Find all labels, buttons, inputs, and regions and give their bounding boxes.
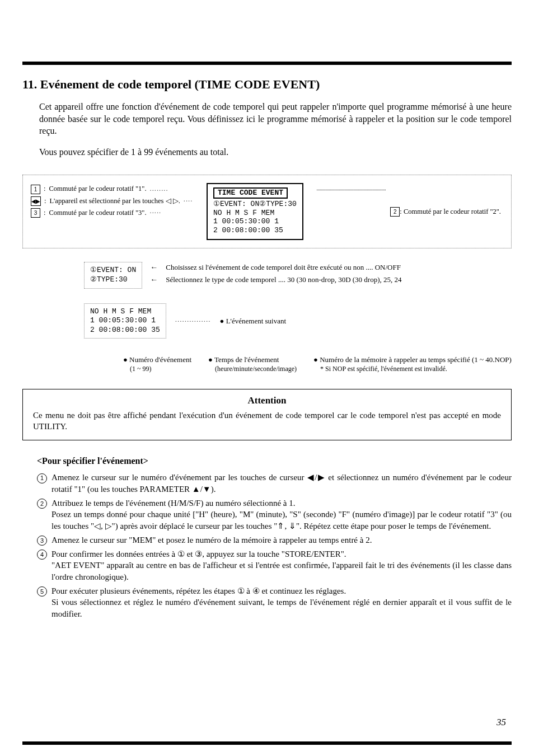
detail-box-1-line-2: ②TYPE:30 xyxy=(90,275,128,284)
step-5-icon: 5 xyxy=(37,586,47,597)
detail-desc-2: Sélectionnez le type de code temporel ..… xyxy=(166,275,401,284)
rotary-1-box: 1 xyxy=(31,185,40,194)
step-5-text: Pour exécuter plusieurs événements, répé… xyxy=(51,585,512,620)
detail-box-2-line-1: NO H M S F MEM xyxy=(90,307,151,316)
step-2-text: Attribuez le temps de l'événement (H/M/S… xyxy=(51,497,512,532)
step-4-text: Pour confirmer les données entrées à ① e… xyxy=(51,548,512,583)
step-4-icon: 4 xyxy=(37,550,47,560)
intro-paragraph-2: Vous pouvez spécifier de 1 à 99 événemen… xyxy=(39,146,512,158)
attention-box: Attention Ce menu ne doit pas être affic… xyxy=(22,389,512,441)
detail-desc-1: Choisissez si l'événement de code tempor… xyxy=(166,263,401,272)
legend-event-time-units: (heure/minute/seconde/image) xyxy=(215,365,297,373)
step-3-icon: 3 xyxy=(37,536,47,546)
legend-event-time: ● Temps de l'événement xyxy=(208,355,279,364)
rotary-2-box: 2 xyxy=(390,207,400,217)
step-1-icon: 1 xyxy=(37,473,47,483)
legend-mem-no: ● Numéro de la mémoire à rappeler au tem… xyxy=(313,355,512,364)
lcd-line-4: 2 00:08:00:00 35 xyxy=(213,226,283,234)
legend-row: ● Numéro d'événement (1 ~ 99) ● Temps de… xyxy=(123,355,512,373)
detail-box-2: NO H M S F MEM 1 00:05:30:00 1 2 00:08:0… xyxy=(84,303,166,339)
lcd-title: TIME CODE EVENT xyxy=(213,187,288,199)
lcd-line-3: 1 00:05:30:00 1 xyxy=(213,217,279,226)
detail-box-1: ①EVENT: ON ②TYPE:30 xyxy=(84,262,142,289)
step-1-text: Amenez le curseur sur le numéro d'événem… xyxy=(51,472,512,495)
attention-body: Ce menu ne doit pas être affiché pendant… xyxy=(33,410,501,433)
left-note-3: Commuté par le codeur rotatif "3". xyxy=(49,207,146,219)
legend-event-no-range: (1 ~ 99) xyxy=(130,365,151,373)
left-note-1: Commuté par le codeur rotatif "1". xyxy=(49,183,146,195)
spec-title: <Pour spécifier l'événement> xyxy=(37,456,512,466)
detail-box-2-line-2: 1 00:05:30:00 1 xyxy=(90,316,156,325)
lcd-display: TIME CODE EVENT ①EVENT: ON②TYPE:30 NO H … xyxy=(207,183,303,240)
intro-paragraph-1: Cet appareil offre une fonction d'événem… xyxy=(39,101,512,137)
page-number: 35 xyxy=(496,717,506,728)
rotary-3-box: 3 xyxy=(31,208,40,218)
right-note: Commuté par le codeur rotatif "2". xyxy=(404,208,501,215)
lcd-line-2: NO H M S F MEM xyxy=(213,209,274,217)
step-2-icon: 2 xyxy=(37,499,47,509)
left-note-2: L'appareil est sélectionné par les touch… xyxy=(49,195,180,207)
lcd-line-1: ①EVENT: ON②TYPE:30 xyxy=(213,200,297,208)
legend-event-no: ● Numéro d'événement xyxy=(123,355,191,364)
step-3-text: Amenez le curseur sur "MEM" et posez le … xyxy=(51,534,372,546)
lcd-diagram-panel: 1: Commuté par le codeur rotatif "1"....… xyxy=(22,175,512,248)
section-heading: 11. Evénement de code temporel (TIME COD… xyxy=(22,77,512,92)
cursor-keys-box: ◀▶ xyxy=(31,196,41,206)
next-event-label: ● L'événement suivant xyxy=(220,317,287,326)
detail-box-1-line-1: ①EVENT: ON xyxy=(90,266,136,274)
attention-title: Attention xyxy=(33,395,501,406)
legend-mem-no-note: * Si NOP est spécifié, l'événement est i… xyxy=(320,365,447,373)
detail-box-2-line-3: 2 00:08:00:00 35 xyxy=(90,326,160,334)
